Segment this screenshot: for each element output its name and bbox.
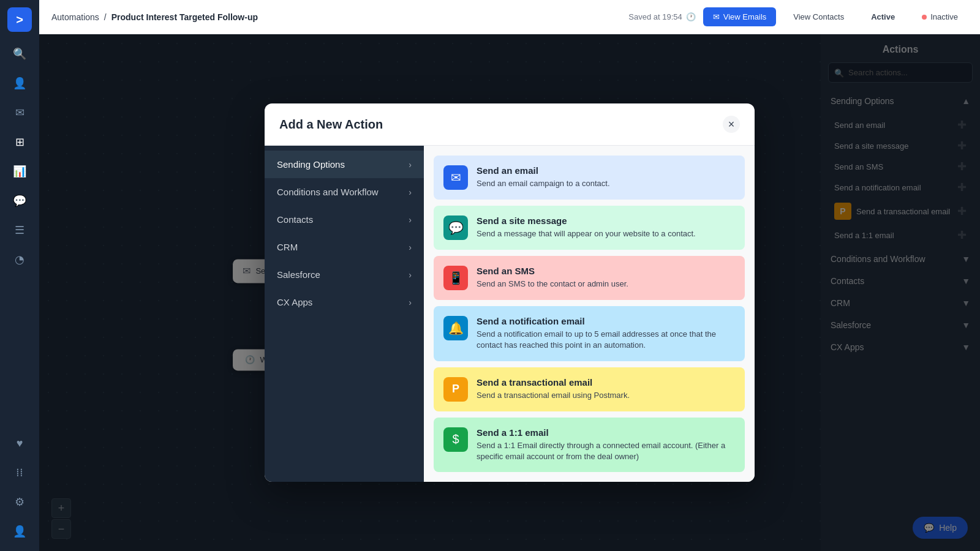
view-emails-icon: ✉ (713, 12, 720, 21)
card-notification-icon: 🔔 (443, 316, 468, 340)
modal-menu-chevron-cx: › (409, 298, 412, 307)
card-1to1-text: Send a 1:1 email Send a 1:1 Email direct… (477, 427, 735, 462)
card-1to1-icon: $ (443, 427, 468, 452)
breadcrumb-sep: / (104, 12, 107, 22)
modal-overlay[interactable]: Add a New Action × Sending Options › Con… (39, 34, 980, 551)
view-emails-button[interactable]: ✉ View Emails (703, 7, 777, 26)
card-site-message-desc: Send a message that will appear on your … (477, 228, 696, 239)
card-send-email-text: Send an email Send an email campaign to … (477, 165, 610, 189)
card-site-message-icon: 💬 (443, 216, 468, 240)
card-sms-title: Send an SMS (477, 266, 628, 276)
view-contacts-button[interactable]: View Contacts (783, 7, 854, 26)
breadcrumb-base[interactable]: Automations (51, 12, 99, 22)
modal-menu-cx-apps[interactable]: CX Apps › (265, 288, 424, 316)
card-notification-title: Send a notification email (477, 316, 735, 326)
sidebar-icon-mail[interactable]: ✉ (7, 100, 32, 125)
left-sidebar: > 🔍 👤 ✉ ⊞ 📊 💬 ☰ ◔ ♥ ⁞⁞ ⚙ 👤 (0, 0, 39, 551)
card-send-1to1[interactable]: $ Send a 1:1 email Send a 1:1 Email dire… (434, 418, 745, 472)
card-send-email-desc: Send an email campaign to a contact. (477, 178, 610, 189)
card-transactional-icon: P (443, 377, 468, 402)
card-site-message-title: Send a site message (477, 216, 696, 226)
modal-menu-chevron-crm: › (409, 242, 412, 252)
modal-menu-conditions-workflow[interactable]: Conditions and Workflow › (265, 178, 424, 206)
card-notification-text: Send a notification email Send a notific… (477, 316, 735, 351)
modal-menu-crm-label: CRM (277, 242, 298, 252)
modal-menu-conditions-label: Conditions and Workflow (277, 187, 379, 197)
modal-menu-sending-options-label: Sending Options (277, 159, 345, 170)
app-logo: > (7, 7, 32, 32)
card-notification-desc: Send a notification email to up to 5 ema… (477, 329, 735, 351)
sidebar-icon-automations[interactable]: ⊞ (7, 130, 32, 154)
modal-menu-chevron-salesforce: › (409, 270, 412, 280)
modal-menu-contacts[interactable]: Contacts › (265, 206, 424, 233)
modal-right-content: ✉ Send an email Send an email campaign t… (424, 146, 755, 482)
card-sms-desc: Send an SMS to the contact or admin user… (477, 279, 628, 290)
card-site-message-text: Send a site message Send a message that … (477, 216, 696, 239)
modal-header: Add a New Action × (265, 103, 755, 146)
modal-left-menu: Sending Options › Conditions and Workflo… (265, 146, 424, 482)
card-send-notification[interactable]: 🔔 Send a notification email Send a notif… (434, 306, 745, 361)
breadcrumb: Automations / Product Interest Targeted … (51, 12, 258, 22)
sidebar-icon-search[interactable]: 🔍 (7, 42, 32, 66)
top-bar-right: Saved at 19:54 🕐 ✉ View Emails View Cont… (628, 7, 968, 26)
sidebar-icon-pie[interactable]: ◔ (7, 247, 32, 272)
card-send-transactional[interactable]: P Send a transactional email Send a tran… (434, 367, 745, 411)
history-icon[interactable]: 🕐 (686, 12, 696, 21)
card-send-site-message[interactable]: 💬 Send a site message Send a message tha… (434, 206, 745, 250)
modal-add-action: Add a New Action × Sending Options › Con… (265, 103, 755, 482)
modal-menu-salesforce[interactable]: Salesforce › (265, 261, 424, 288)
modal-menu-chevron-contacts: › (409, 215, 412, 225)
card-send-email-title: Send an email (477, 165, 610, 176)
card-send-email-icon: ✉ (443, 165, 468, 190)
inactive-dot (922, 15, 927, 20)
card-send-email[interactable]: ✉ Send an email Send an email campaign t… (434, 156, 745, 200)
modal-menu-salesforce-label: Salesforce (277, 269, 320, 280)
modal-title: Add a New Action (279, 118, 383, 132)
modal-close-button[interactable]: × (723, 116, 740, 133)
card-transactional-desc: Send a transactional email using Postmar… (477, 390, 630, 401)
card-sms-icon: 📱 (443, 266, 468, 290)
card-1to1-desc: Send a 1:1 Email directly through a conn… (477, 440, 735, 462)
sidebar-icon-settings[interactable]: ⚙ (7, 490, 32, 514)
card-send-sms[interactable]: 📱 Send an SMS Send an SMS to the contact… (434, 256, 745, 300)
top-bar: Automations / Product Interest Targeted … (39, 0, 980, 34)
main-area: Automations / Product Interest Targeted … (39, 0, 980, 551)
sidebar-icon-chart[interactable]: 📊 (7, 159, 32, 184)
card-1to1-title: Send a 1:1 email (477, 427, 735, 438)
modal-menu-crm[interactable]: CRM › (265, 233, 424, 261)
sidebar-icon-apps[interactable]: ⁞⁞ (7, 460, 32, 485)
breadcrumb-current: Product Interest Targeted Follow-up (111, 12, 258, 22)
card-transactional-text: Send a transactional email Send a transa… (477, 377, 630, 401)
modal-menu-contacts-label: Contacts (277, 214, 313, 225)
sidebar-icon-list[interactable]: ☰ (7, 218, 32, 242)
sidebar-icon-favorite[interactable]: ♥ (7, 431, 32, 455)
modal-menu-chevron-sending: › (409, 160, 412, 170)
sidebar-icon-avatar[interactable]: 👤 (7, 519, 32, 544)
sidebar-icon-user[interactable]: 👤 (7, 71, 32, 96)
saved-status: Saved at 19:54 🕐 (628, 12, 695, 21)
modal-body: Sending Options › Conditions and Workflo… (265, 146, 755, 482)
card-transactional-title: Send a transactional email (477, 377, 630, 388)
modal-menu-sending-options[interactable]: Sending Options › (265, 151, 424, 178)
modal-menu-cx-apps-label: CX Apps (277, 297, 312, 307)
card-sms-text: Send an SMS Send an SMS to the contact o… (477, 266, 628, 290)
sidebar-icon-message[interactable]: 💬 (7, 189, 32, 213)
inactive-button[interactable]: Inactive (912, 7, 968, 26)
active-button[interactable]: Active (861, 7, 905, 26)
modal-menu-chevron-conditions: › (409, 187, 412, 197)
